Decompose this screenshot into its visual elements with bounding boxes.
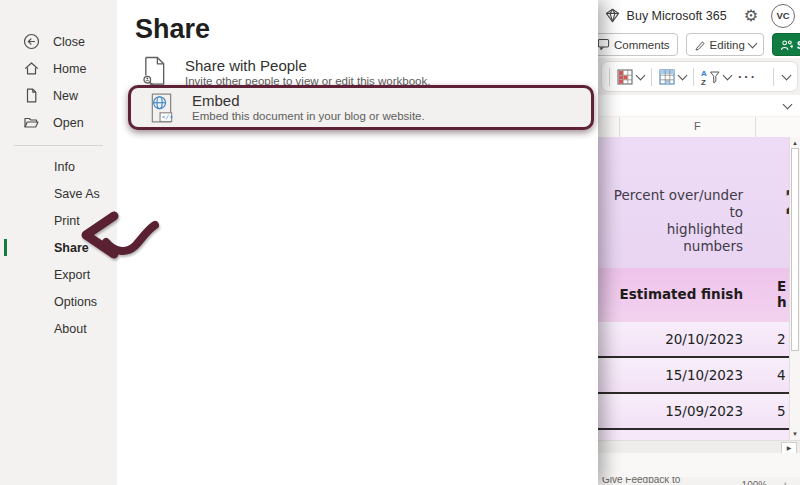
option-description: Embed this document in your blog or webs… [192,109,425,123]
share-with-people-icon [141,56,168,88]
sheet-tab-strip [598,453,800,477]
sidebar-item-close[interactable]: Close [0,28,117,55]
sidebar-item-label: Print [54,214,80,228]
toolbar-separator [651,68,652,86]
sort-filter-button[interactable]: A Z [701,69,731,85]
clipped-value-cell: 4 [777,367,786,383]
vertical-scrollbar-thumb[interactable] [791,148,799,351]
chevron-down-icon [678,70,688,80]
conditional-formatting-icon [617,69,633,85]
sidebar-item-save-as[interactable]: Save As [0,180,117,207]
estimated-finish-header: Estimated finish [620,286,743,302]
merged-note-cell[interactable]: Percent over/under to highlighted number… [598,137,789,268]
clipped-value-cell: 2 [777,331,786,347]
sidebar-item-options[interactable]: Options [0,288,117,315]
pencil-icon [694,39,706,51]
svg-text:Z: Z [701,77,706,85]
active-item-accent-bar [4,239,7,256]
formula-bar[interactable] [598,95,800,116]
spreadsheet-grid: Percent over/under to highlighted number… [598,137,800,440]
clipped-next-column-header: E h [777,278,787,310]
zoom-level[interactable]: 100% [742,480,768,485]
toolbar-separator [609,68,610,86]
clipped-value-cell: 5 [777,403,786,419]
sidebar-item-label: Export [54,268,90,282]
option-title: Embed [192,92,425,109]
status-bar: Give Feedback to Microsoft — 100% + [598,477,800,485]
date-cell: 15/09/2023 [665,403,743,419]
table-row[interactable]: 15/10/2023 4 [598,358,789,394]
sidebar-item-open[interactable]: Open [0,109,117,136]
sidebar-item-about[interactable]: About [0,315,117,342]
sidebar-item-label: About [54,322,87,336]
settings-gear-icon[interactable]: ⚙ [744,8,758,24]
zoom-in-button[interactable]: + [782,480,788,485]
conditional-formatting-button[interactable] [617,69,644,85]
new-document-icon [23,87,40,104]
sidebar-item-label: Close [53,35,85,49]
sidebar-item-label: New [53,89,78,103]
embed-icon: </> [148,92,175,124]
comments-button[interactable]: Comments [598,33,678,56]
horizontal-scrollbar[interactable]: ▶ [598,440,800,453]
column-header-row: F [598,117,800,138]
sidebar-item-home[interactable]: Home [0,55,117,82]
date-cell: 20/10/2023 [665,331,743,347]
excel-online-backstage-screen: Buy Microsoft 365 ⚙ VC Comments [0,0,800,485]
scroll-up-arrow-icon[interactable]: ▲ [790,138,800,148]
table-header-row[interactable]: Estimated finish E h [598,268,789,322]
toolbar-separator [693,68,694,86]
ribbon-collapse-chevron-icon[interactable] [782,70,792,80]
buy-microsoft-365-button[interactable]: Buy Microsoft 365 [605,8,727,23]
sidebar-item-export[interactable]: Export [0,261,117,288]
account-avatar[interactable]: VC [771,4,795,28]
table-row[interactable]: 20/10/2023 2 [598,322,789,358]
share-people-icon [780,39,793,51]
page-title: Share [135,14,210,45]
format-as-table-icon [659,69,675,85]
open-folder-icon [23,114,40,131]
sidebar-item-label: Options [54,295,97,309]
merged-cell-text: Percent over/under to highlighted number… [603,187,743,255]
option-title: Share with People [185,57,430,74]
app-top-bar: Buy Microsoft 365 ⚙ VC [598,0,800,31]
feedback-link[interactable]: Give Feedback to Microsoft [602,477,717,485]
sidebar-item-label: Home [53,62,86,76]
comments-label: Comments [614,39,670,51]
sort-filter-icon: A Z [701,69,720,85]
sidebar-divider [14,145,103,146]
annotation-arrow [77,204,167,262]
ribbon-band: A Z ··· [598,58,800,93]
more-options-button[interactable]: ··· [738,70,757,83]
sidebar-item-label: Open [53,116,84,130]
zoom-out-button[interactable]: — [717,480,727,485]
column-separator [755,117,756,137]
share-button[interactable]: Share [772,33,800,56]
scroll-down-arrow-icon[interactable]: ▼ [790,429,800,439]
date-cell: 15/10/2023 [665,367,743,383]
embed-option-highlighted[interactable]: </> Embed Embed this document in your bl… [128,85,594,130]
chevron-down-icon [723,70,733,80]
vertical-scrollbar[interactable]: ▲ ▼ [789,137,800,440]
format-as-table-button[interactable] [659,69,686,85]
back-circle-icon [23,33,40,50]
buy-label: Buy Microsoft 365 [627,9,727,23]
table-row[interactable]: 15/09/2023 5 [598,394,789,430]
toolbar-separator [773,68,774,86]
ribbon-toolbar: A Z ··· [601,61,798,92]
avatar-initials: VC [776,10,789,21]
action-bar: Comments Editing [598,31,800,58]
sidebar-item-info[interactable]: Info [0,153,117,180]
backstage-content-panel: Share Share with People Invite other [117,0,598,485]
column-header-f[interactable]: F [694,120,701,132]
partial-row [598,430,789,440]
comment-icon [598,38,610,51]
sidebar-item-label: Save As [54,187,100,201]
sidebar-item-new[interactable]: New [0,82,117,109]
formula-bar-expand-chevron-icon[interactable] [783,99,793,109]
sidebar-item-label: Info [54,160,75,174]
editing-mode-dropdown[interactable]: Editing [686,33,764,56]
chevron-down-icon [636,70,646,80]
column-separator [619,117,620,137]
home-icon [23,60,40,77]
